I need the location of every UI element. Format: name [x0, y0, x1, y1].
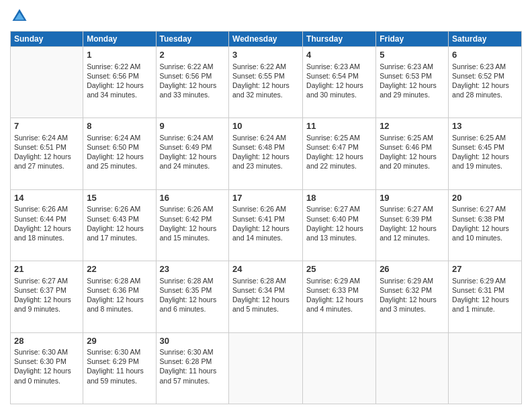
day-number: 19: [380, 192, 445, 204]
day-info: Sunrise: 6:24 AM Sunset: 6:51 PM Dayligh…: [14, 133, 79, 171]
calendar-cell: 23Sunrise: 6:28 AM Sunset: 6:35 PM Dayli…: [156, 261, 229, 332]
calendar-day-header: Saturday: [449, 32, 522, 47]
calendar-cell: 11Sunrise: 6:25 AM Sunset: 6:47 PM Dayli…: [303, 118, 376, 189]
day-number: 4: [306, 49, 372, 61]
calendar-cell: 16Sunrise: 6:26 AM Sunset: 6:42 PM Dayli…: [156, 189, 229, 261]
calendar-cell: 20Sunrise: 6:27 AM Sunset: 6:38 PM Dayli…: [449, 189, 522, 261]
day-info: Sunrise: 6:22 AM Sunset: 6:56 PM Dayligh…: [160, 62, 226, 100]
day-number: 23: [160, 263, 226, 275]
calendar-cell: 18Sunrise: 6:27 AM Sunset: 6:40 PM Dayli…: [303, 189, 376, 261]
day-info: Sunrise: 6:28 AM Sunset: 6:34 PM Dayligh…: [232, 276, 299, 314]
day-number: 11: [306, 120, 372, 132]
day-number: 20: [452, 192, 518, 204]
calendar-day-header: Wednesday: [229, 32, 303, 47]
calendar-cell: [229, 332, 303, 404]
day-info: Sunrise: 6:27 AM Sunset: 6:38 PM Dayligh…: [452, 204, 518, 242]
day-number: 1: [87, 49, 152, 61]
day-info: Sunrise: 6:26 AM Sunset: 6:41 PM Dayligh…: [232, 204, 299, 242]
day-number: 28: [14, 335, 79, 347]
day-info: Sunrise: 6:26 AM Sunset: 6:42 PM Dayligh…: [160, 204, 226, 242]
day-info: Sunrise: 6:30 AM Sunset: 6:28 PM Dayligh…: [160, 347, 226, 385]
day-number: 29: [87, 335, 152, 347]
day-number: 22: [87, 263, 152, 275]
calendar-cell: 5Sunrise: 6:23 AM Sunset: 6:53 PM Daylig…: [376, 47, 449, 118]
page: SundayMondayTuesdayWednesdayThursdayFrid…: [0, 0, 532, 411]
calendar-cell: 24Sunrise: 6:28 AM Sunset: 6:34 PM Dayli…: [229, 261, 303, 332]
day-number: 2: [160, 49, 226, 61]
header: [10, 7, 522, 26]
calendar-cell: 12Sunrise: 6:25 AM Sunset: 6:46 PM Dayli…: [376, 118, 449, 189]
day-info: Sunrise: 6:25 AM Sunset: 6:46 PM Dayligh…: [380, 133, 445, 171]
calendar-cell: 9Sunrise: 6:24 AM Sunset: 6:49 PM Daylig…: [156, 118, 229, 189]
day-info: Sunrise: 6:23 AM Sunset: 6:53 PM Dayligh…: [380, 62, 445, 100]
day-info: Sunrise: 6:25 AM Sunset: 6:45 PM Dayligh…: [452, 133, 518, 171]
day-number: 21: [14, 263, 79, 275]
day-info: Sunrise: 6:23 AM Sunset: 6:54 PM Dayligh…: [306, 62, 372, 100]
calendar-day-header: Thursday: [303, 32, 376, 47]
day-info: Sunrise: 6:22 AM Sunset: 6:56 PM Dayligh…: [87, 62, 152, 100]
day-info: Sunrise: 6:28 AM Sunset: 6:35 PM Dayligh…: [160, 276, 226, 314]
calendar-cell: 27Sunrise: 6:29 AM Sunset: 6:31 PM Dayli…: [449, 261, 522, 332]
calendar-cell: 7Sunrise: 6:24 AM Sunset: 6:51 PM Daylig…: [11, 118, 83, 189]
calendar-day-header: Friday: [376, 32, 449, 47]
day-info: Sunrise: 6:24 AM Sunset: 6:50 PM Dayligh…: [87, 133, 152, 171]
calendar-cell: 19Sunrise: 6:27 AM Sunset: 6:39 PM Dayli…: [376, 189, 449, 261]
calendar-cell: 2Sunrise: 6:22 AM Sunset: 6:56 PM Daylig…: [156, 47, 229, 118]
day-number: 30: [160, 335, 226, 347]
calendar-day-header: Sunday: [11, 32, 83, 47]
day-number: 9: [160, 120, 226, 132]
day-number: 5: [380, 49, 445, 61]
day-info: Sunrise: 6:29 AM Sunset: 6:32 PM Dayligh…: [380, 276, 445, 314]
day-number: 14: [14, 192, 79, 204]
day-number: 3: [232, 49, 299, 61]
calendar-cell: 17Sunrise: 6:26 AM Sunset: 6:41 PM Dayli…: [229, 189, 303, 261]
calendar-cell: 26Sunrise: 6:29 AM Sunset: 6:32 PM Dayli…: [376, 261, 449, 332]
day-number: 16: [160, 192, 226, 204]
day-number: 25: [306, 263, 372, 275]
calendar-cell: 4Sunrise: 6:23 AM Sunset: 6:54 PM Daylig…: [303, 47, 376, 118]
calendar-cell: 22Sunrise: 6:28 AM Sunset: 6:36 PM Dayli…: [83, 261, 156, 332]
calendar-week-row: 14Sunrise: 6:26 AM Sunset: 6:44 PM Dayli…: [11, 189, 522, 261]
day-info: Sunrise: 6:29 AM Sunset: 6:33 PM Dayligh…: [306, 276, 372, 314]
day-number: 8: [87, 120, 152, 132]
day-number: 27: [452, 263, 518, 275]
day-info: Sunrise: 6:26 AM Sunset: 6:44 PM Dayligh…: [14, 204, 79, 242]
calendar-cell: 30Sunrise: 6:30 AM Sunset: 6:28 PM Dayli…: [156, 332, 229, 404]
day-info: Sunrise: 6:30 AM Sunset: 6:29 PM Dayligh…: [87, 347, 152, 385]
logo-icon: [10, 7, 29, 26]
day-number: 26: [380, 263, 445, 275]
calendar-table: SundayMondayTuesdayWednesdayThursdayFrid…: [10, 31, 522, 404]
day-number: 13: [452, 120, 518, 132]
calendar-header-row: SundayMondayTuesdayWednesdayThursdayFrid…: [11, 32, 522, 47]
calendar-cell: 29Sunrise: 6:30 AM Sunset: 6:29 PM Dayli…: [83, 332, 156, 404]
day-number: 7: [14, 120, 79, 132]
day-number: 17: [232, 192, 299, 204]
calendar-cell: 28Sunrise: 6:30 AM Sunset: 6:30 PM Dayli…: [11, 332, 83, 404]
calendar-cell: [303, 332, 376, 404]
calendar-cell: [11, 47, 83, 118]
day-number: 18: [306, 192, 372, 204]
day-number: 24: [232, 263, 299, 275]
day-info: Sunrise: 6:24 AM Sunset: 6:48 PM Dayligh…: [232, 133, 299, 171]
calendar-week-row: 21Sunrise: 6:27 AM Sunset: 6:37 PM Dayli…: [11, 261, 522, 332]
calendar-cell: 15Sunrise: 6:26 AM Sunset: 6:43 PM Dayli…: [83, 189, 156, 261]
calendar-cell: [376, 332, 449, 404]
calendar-week-row: 1Sunrise: 6:22 AM Sunset: 6:56 PM Daylig…: [11, 47, 522, 118]
day-number: 12: [380, 120, 445, 132]
calendar-cell: 8Sunrise: 6:24 AM Sunset: 6:50 PM Daylig…: [83, 118, 156, 189]
day-info: Sunrise: 6:27 AM Sunset: 6:39 PM Dayligh…: [380, 204, 445, 242]
day-number: 6: [452, 49, 518, 61]
day-info: Sunrise: 6:27 AM Sunset: 6:40 PM Dayligh…: [306, 204, 372, 242]
day-info: Sunrise: 6:28 AM Sunset: 6:36 PM Dayligh…: [87, 276, 152, 314]
day-info: Sunrise: 6:23 AM Sunset: 6:52 PM Dayligh…: [452, 62, 518, 100]
day-info: Sunrise: 6:29 AM Sunset: 6:31 PM Dayligh…: [452, 276, 518, 314]
calendar-cell: 14Sunrise: 6:26 AM Sunset: 6:44 PM Dayli…: [11, 189, 83, 261]
calendar-week-row: 7Sunrise: 6:24 AM Sunset: 6:51 PM Daylig…: [11, 118, 522, 189]
logo: [10, 7, 32, 26]
day-number: 10: [232, 120, 299, 132]
calendar-cell: 25Sunrise: 6:29 AM Sunset: 6:33 PM Dayli…: [303, 261, 376, 332]
day-info: Sunrise: 6:27 AM Sunset: 6:37 PM Dayligh…: [14, 276, 79, 314]
calendar-cell: 21Sunrise: 6:27 AM Sunset: 6:37 PM Dayli…: [11, 261, 83, 332]
day-info: Sunrise: 6:25 AM Sunset: 6:47 PM Dayligh…: [306, 133, 372, 171]
calendar-cell: 6Sunrise: 6:23 AM Sunset: 6:52 PM Daylig…: [449, 47, 522, 118]
